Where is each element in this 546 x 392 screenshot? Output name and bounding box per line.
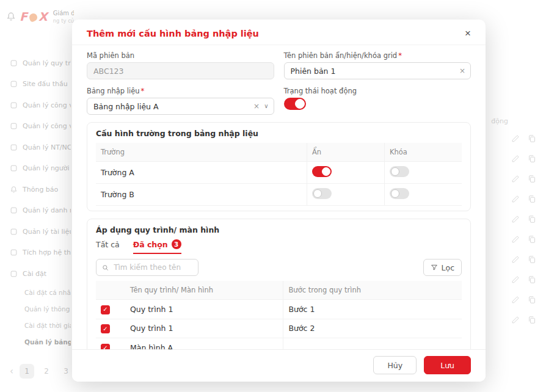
clear-icon[interactable]: × (253, 103, 260, 110)
toggle-knob (295, 99, 305, 109)
filter-label: Lọc (442, 263, 454, 272)
required-mark: * (398, 51, 402, 60)
filter-icon (431, 264, 438, 271)
toggle-knob (391, 167, 399, 176)
process-row: Quy trình 1 Bước 1 (96, 300, 462, 319)
field-config-section: Cấu hình trường trong bảng nhập liệu Trư… (87, 122, 471, 211)
row-checkbox[interactable] (101, 324, 110, 333)
search-input[interactable] (112, 263, 192, 272)
filter-button[interactable]: Lọc (423, 259, 462, 276)
tab-bar: Tất cả Đã chọn3 (96, 239, 462, 254)
search-box (96, 259, 198, 276)
version-name-group: Tên phiên bản ẩn/hiện/khóa grid* × (284, 51, 471, 79)
active-status-group: Trạng thái hoạt động (284, 87, 471, 115)
row-checkbox[interactable] (101, 305, 110, 314)
cancel-button[interactable]: Hủy (373, 356, 417, 374)
input-table-group: Bảng nhập liệu* ×∨ (87, 87, 274, 115)
lock-toggle[interactable] (390, 166, 409, 177)
field-row: Trường B (96, 184, 462, 206)
apply-section-title: Áp dụng quy trình/ màn hình (96, 225, 462, 234)
process-name: Quy trình 1 (125, 319, 283, 338)
toggle-knob (313, 189, 322, 198)
column-header-process-name: Tên quy trình/ Màn hình (125, 281, 283, 300)
active-status-label: Trạng thái hoạt động (284, 87, 471, 95)
selected-count-badge: 3 (172, 239, 181, 249)
modal-footer: Hủy Lưu (72, 349, 486, 382)
tab-selected[interactable]: Đã chọn3 (133, 239, 181, 254)
lock-toggle[interactable] (390, 188, 409, 199)
row-checkbox[interactable] (101, 344, 110, 350)
input-table-select[interactable] (87, 98, 274, 115)
table-header-row: Tên quy trình/ Màn hình Bước trong quy t… (96, 281, 462, 300)
active-status-toggle[interactable] (284, 98, 306, 110)
close-icon[interactable]: × (465, 28, 471, 38)
process-step (283, 338, 462, 350)
column-header-checkbox (96, 281, 125, 300)
process-name: Quy trình 1 (125, 300, 283, 319)
column-header-hidden: Ẩn (307, 143, 385, 162)
tab-label: Tất cả (96, 240, 120, 249)
search-icon (102, 264, 109, 272)
process-step: Bước 1 (283, 300, 462, 319)
version-code-group: Mã phiên bản (87, 51, 274, 79)
version-name-label: Tên phiên bản ẩn/hiện/khóa grid* (284, 51, 471, 60)
process-table: Tên quy trình/ Màn hình Bước trong quy t… (96, 281, 462, 349)
toggle-knob (391, 189, 399, 198)
input-table-label: Bảng nhập liệu* (87, 87, 274, 95)
version-code-field[interactable] (87, 62, 274, 79)
process-name: Màn hình A (125, 338, 283, 350)
table-header-row: Trường Ẩn Khóa (96, 143, 462, 162)
add-input-table-config-modal: Thêm mới cấu hình bảng nhập liệu × Mã ph… (72, 20, 486, 382)
version-code-label: Mã phiên bản (87, 51, 274, 60)
hidden-toggle[interactable] (312, 188, 332, 199)
column-header-field: Trường (96, 143, 307, 162)
toggle-knob (322, 167, 330, 176)
save-button[interactable]: Lưu (424, 356, 471, 374)
version-name-field[interactable] (284, 62, 471, 79)
hidden-toggle[interactable] (312, 166, 332, 177)
clear-icon[interactable]: × (459, 67, 465, 74)
process-row: Màn hình A (96, 338, 462, 350)
tab-label: Đã chọn (133, 240, 168, 249)
modal-title: Thêm mới cấu hình bảng nhập liệu (87, 29, 259, 38)
process-row: Quy trình 1 Bước 2 (96, 319, 462, 338)
field-config-title: Cấu hình trường trong bảng nhập liệu (96, 129, 462, 138)
field-config-table: Trường Ẩn Khóa Trường A Trường B (96, 143, 462, 206)
apply-process-section: Áp dụng quy trình/ màn hình Tất cả Đã ch… (87, 219, 471, 349)
field-name: Trường B (96, 184, 307, 206)
column-header-step: Bước trong quy trình (283, 281, 462, 300)
table-toolbar: Lọc (96, 259, 462, 276)
modal-body: Mã phiên bản Tên phiên bản ẩn/hiện/khóa … (72, 45, 486, 349)
tab-all[interactable]: Tất cả (96, 239, 120, 254)
process-step: Bước 2 (283, 319, 462, 338)
field-name: Trường A (96, 162, 307, 184)
modal-header: Thêm mới cấu hình bảng nhập liệu × (72, 20, 486, 45)
required-mark: * (141, 87, 145, 95)
field-row: Trường A (96, 162, 462, 184)
chevron-down-icon[interactable]: ∨ (264, 103, 268, 109)
column-header-locked: Khóa (385, 143, 462, 162)
form-grid: Mã phiên bản Tên phiên bản ẩn/hiện/khóa … (87, 51, 471, 115)
